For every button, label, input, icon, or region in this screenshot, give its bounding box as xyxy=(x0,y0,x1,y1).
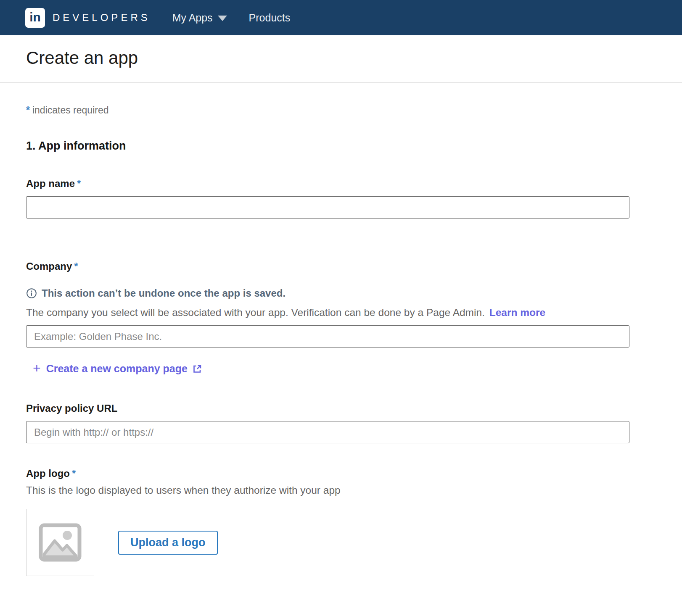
upload-logo-button[interactable]: Upload a logo xyxy=(118,531,218,555)
app-logo-label: App logo* xyxy=(26,468,629,479)
nav-my-apps-label: My Apps xyxy=(172,12,213,24)
app-name-required-asterisk: * xyxy=(77,178,81,189)
company-description: The company you select will be associate… xyxy=(26,307,629,319)
create-company-page-label: Create a new company page xyxy=(46,363,188,375)
company-required-asterisk: * xyxy=(74,261,78,272)
nav-products[interactable]: Products xyxy=(249,12,291,24)
company-warning: This action can’t be undone once the app… xyxy=(26,287,629,299)
page-title: Create an app xyxy=(26,48,656,68)
chevron-down-icon xyxy=(218,16,227,21)
primary-nav: My Apps Products xyxy=(172,12,312,24)
app-logo-required-asterisk: * xyxy=(72,468,76,479)
required-asterisk: * xyxy=(26,105,30,116)
required-note-text: indicates required xyxy=(32,105,109,116)
linkedin-logo-icon[interactable]: in xyxy=(25,8,45,28)
create-company-page-link[interactable]: + Create a new company page xyxy=(33,363,629,375)
app-logo-description: This is the logo displayed to users when… xyxy=(26,484,629,496)
top-navbar: in DEVELOPERS My Apps Products xyxy=(0,0,682,35)
section-app-information: 1. App information xyxy=(26,140,629,153)
privacy-policy-label: Privacy policy URL xyxy=(26,403,629,414)
linkedin-logo-text: in xyxy=(29,11,41,24)
learn-more-link[interactable]: Learn more xyxy=(489,307,545,318)
create-app-form: *indicates required 1. App information A… xyxy=(0,105,682,576)
app-logo-preview xyxy=(26,509,94,576)
page-header: Create an app xyxy=(0,35,682,83)
external-link-icon xyxy=(192,364,202,374)
brand-developers[interactable]: DEVELOPERS xyxy=(53,12,151,24)
nav-products-label: Products xyxy=(249,12,291,24)
image-placeholder-icon xyxy=(39,523,82,562)
plus-icon: + xyxy=(33,361,41,375)
company-warning-text: This action can’t be undone once the app… xyxy=(42,287,285,299)
company-label: Company* xyxy=(26,261,629,272)
app-logo-upload-row: Upload a logo xyxy=(26,509,629,576)
app-name-label: App name* xyxy=(26,178,629,190)
app-name-input[interactable] xyxy=(26,196,629,218)
nav-my-apps[interactable]: My Apps xyxy=(172,12,227,24)
company-input[interactable] xyxy=(26,325,629,347)
info-circle-icon xyxy=(26,288,37,299)
required-note: *indicates required xyxy=(26,105,629,116)
privacy-policy-input[interactable] xyxy=(26,421,629,443)
